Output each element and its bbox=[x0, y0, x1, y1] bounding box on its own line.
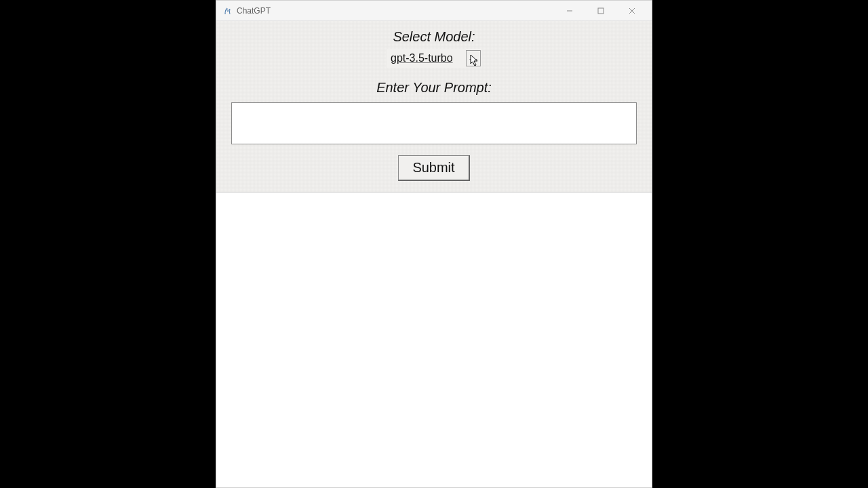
window-title: ChatGPT bbox=[237, 6, 271, 16]
model-label: Select Model: bbox=[393, 29, 475, 45]
prompt-label: Enter Your Prompt: bbox=[376, 80, 492, 96]
prompt-input[interactable] bbox=[231, 102, 637, 144]
model-dropdown-value: gpt-3.5-turbo bbox=[387, 52, 466, 64]
form-panel: Select Model: gpt-3.5-turbo — Enter Your… bbox=[216, 21, 652, 192]
app-window: ChatGPT Select Model: gpt-3.5-turbo — En… bbox=[216, 0, 652, 488]
titlebar: ChatGPT bbox=[216, 1, 652, 21]
model-dropdown[interactable]: gpt-3.5-turbo — bbox=[387, 49, 481, 68]
minimize-button[interactable] bbox=[554, 1, 585, 20]
svg-rect-1 bbox=[598, 8, 604, 14]
submit-button[interactable]: Submit bbox=[398, 155, 469, 181]
maximize-button[interactable] bbox=[585, 1, 616, 20]
output-area bbox=[216, 192, 652, 487]
app-icon bbox=[223, 6, 233, 16]
dropdown-arrow-icon: — bbox=[466, 50, 481, 66]
close-button[interactable] bbox=[616, 1, 648, 20]
